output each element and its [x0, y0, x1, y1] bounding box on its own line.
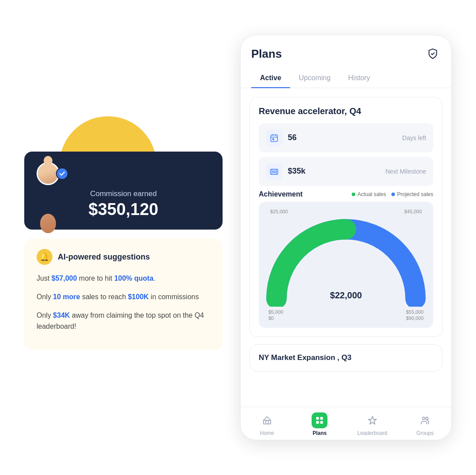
svg-rect-13 [320, 421, 323, 424]
legend: Actual sales Projected sales [352, 191, 433, 197]
highlight-10more: 10 more [53, 293, 80, 301]
nav-plans[interactable]: Plans [294, 412, 346, 436]
revenue-card: Revenue accelerator, Q4 56 Days left [249, 97, 443, 337]
legend-actual: Actual sales [352, 191, 386, 197]
suggestion-1: Just $57,000 more to hit 100% quota. [37, 273, 210, 284]
gauge-svg-wrapper: $22,000 [266, 216, 426, 308]
ny-card: NY Market Expansion , Q3 [249, 344, 443, 371]
milestone-label: Next Milestone [385, 168, 426, 175]
left-panel: Commission earned $350,120 🔔 AI-powered … [24, 125, 223, 349]
ai-card-title: AI-powered suggestions [58, 252, 150, 262]
svg-rect-11 [320, 417, 323, 420]
milestone-value: $35k [288, 167, 385, 176]
tab-history[interactable]: History [339, 69, 379, 88]
shield-icon[interactable] [425, 46, 441, 62]
commission-amount: $350,120 [37, 200, 210, 219]
phone-wrapper: Plans Active Upcoming History Revenue ac… [240, 35, 452, 440]
phone-content: Revenue accelerator, Q4 56 Days left [241, 88, 451, 407]
svg-rect-0 [271, 135, 278, 141]
days-value: 56 [288, 133, 402, 142]
tabs-bar: Active Upcoming History [241, 69, 451, 88]
commission-label: Commission earned [37, 189, 210, 198]
nav-home-label: Home [260, 430, 274, 436]
home-icon [259, 412, 275, 428]
gauge-label-45k: $45,000 [404, 209, 422, 214]
metric-row-milestone: $35k Next Milestone [259, 157, 433, 186]
plans-icon [312, 412, 327, 428]
svg-point-15 [426, 417, 428, 420]
highlight-100pct: 100% quota [114, 275, 153, 282]
svg-point-6 [273, 171, 275, 173]
gauge-label-55k: $55,000 [406, 309, 424, 315]
svg-rect-9 [264, 420, 271, 424]
ai-card: 🔔 AI-powered suggestions Just $57,000 mo… [24, 238, 223, 349]
verified-badge [56, 167, 68, 180]
leaderboard-icon [364, 412, 380, 428]
highlight-100k: $100K [128, 293, 149, 301]
revenue-card-title: Revenue accelerator, Q4 [259, 106, 433, 116]
metric-row-days: 56 Days left [259, 123, 433, 152]
legend-projected: Projected sales [391, 191, 433, 197]
svg-rect-5 [271, 169, 278, 174]
legend-actual-label: Actual sales [357, 191, 386, 197]
svg-point-14 [423, 417, 425, 420]
svg-rect-12 [316, 421, 319, 424]
legend-dot-actual [352, 193, 355, 196]
plans-title: Plans [251, 47, 282, 61]
achievement-title: Achievement [259, 190, 303, 198]
groups-icon [417, 412, 433, 428]
ny-card-title: NY Market Expansion , Q3 [259, 353, 433, 362]
phone-header: Plans [241, 35, 451, 62]
gauge-label-90k: $90,000 [406, 315, 424, 321]
nav-home[interactable]: Home [241, 412, 294, 436]
calendar-icon [266, 130, 283, 146]
suggestion-2: Only 10 more sales to reach $100K in com… [37, 291, 210, 303]
svg-rect-4 [273, 138, 274, 140]
legend-dot-projected [391, 193, 395, 196]
highlight-57k: $57,000 [52, 275, 77, 282]
commission-card: Commission earned $350,120 [24, 152, 223, 230]
suggestion-3: Only $34K away from claiming the top spo… [37, 310, 210, 332]
days-label: Days left [402, 134, 426, 141]
bottom-nav: Home Plans [241, 407, 451, 440]
gauge-center-value: $22,000 [330, 290, 362, 301]
money-icon [266, 163, 283, 180]
gauge-bottom-labels: $5,000 $0 $55,000 $90,000 [266, 309, 426, 321]
achievement-header: Achievement Actual sales Projected sales [259, 190, 433, 198]
main-container: Commission earned $350,120 🔔 AI-powered … [0, 0, 476, 475]
nav-leaderboard[interactable]: Leaderboard [346, 412, 399, 436]
gauge-label-25k: $25,000 [270, 209, 288, 214]
bell-icon: 🔔 [37, 249, 52, 265]
gauge-container: $25,000 $45,000 [259, 202, 433, 328]
tab-active[interactable]: Active [251, 69, 290, 88]
gauge-labels-top: $25,000 $45,000 [266, 209, 426, 214]
gauge-label-0: $0 [268, 315, 283, 321]
ai-card-header: 🔔 AI-powered suggestions [37, 249, 210, 265]
highlight-34k: $34K [53, 312, 70, 319]
nav-groups-label: Groups [416, 430, 434, 436]
tab-upcoming[interactable]: Upcoming [290, 69, 339, 88]
achievement-section: Achievement Actual sales Projected sales [259, 190, 433, 328]
gauge-label-5k: $5,000 [268, 309, 283, 315]
legend-projected-label: Projected sales [397, 191, 433, 197]
svg-rect-10 [316, 417, 319, 420]
nav-leaderboard-label: Leaderboard [357, 430, 387, 436]
nav-plans-label: Plans [312, 430, 327, 436]
avatar-face [38, 162, 58, 185]
avatar-wrapper [37, 162, 210, 185]
nav-groups[interactable]: Groups [399, 412, 452, 436]
